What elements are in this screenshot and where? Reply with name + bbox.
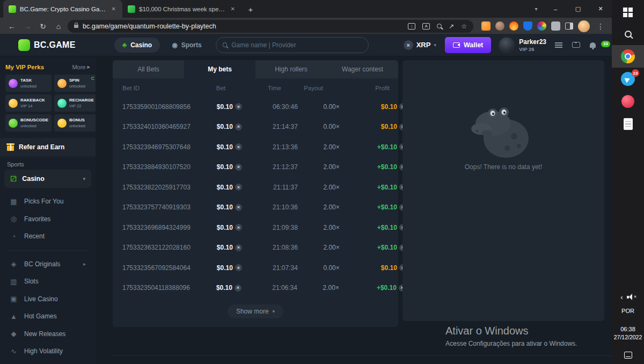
wallet-button[interactable]: Wallet xyxy=(445,37,491,53)
table-row[interactable]: 1753323946975307648 $0.10 21:13:36 2.00×… xyxy=(113,137,398,157)
game-search-input[interactable] xyxy=(231,41,361,49)
nav-sports-tab[interactable]: ◉ Sports xyxy=(172,41,202,49)
sidebar-menu-item[interactable]: ▥ Slots xyxy=(0,273,96,290)
bet-list-icon[interactable] xyxy=(555,42,562,48)
bet-payout: 2.00× xyxy=(323,224,339,231)
user-profile[interactable]: Parker23 VIP 26 xyxy=(499,37,546,53)
sidebar-section-sports[interactable]: Sports xyxy=(7,161,89,168)
clock[interactable]: 06:38 27/12/2022 xyxy=(614,325,642,342)
sidebar-menu-item[interactable]: ◎ Favorites xyxy=(0,210,96,228)
taskbar-search-button[interactable] xyxy=(612,23,644,45)
bets-tab[interactable]: Wager contest xyxy=(327,60,398,78)
sidebar-menu-item[interactable]: ◔ Recent xyxy=(0,228,96,245)
close-tab-icon[interactable]: ✕ xyxy=(111,5,117,13)
sidebar-menu-item[interactable]: ▲ Hot Games xyxy=(0,308,96,325)
vip-perk-card[interactable]: TASK unlocked xyxy=(5,75,52,92)
side-panel-icon[interactable] xyxy=(565,23,573,30)
sidebar-toggle-button[interactable] xyxy=(6,42,13,48)
chrome-icon xyxy=(621,49,635,63)
table-row[interactable]: 1753323632122028160 $0.10 21:08:36 2.00×… xyxy=(113,238,398,258)
table-row[interactable]: 1753359001068809856 $0.10 06:30:46 0.00×… xyxy=(113,97,398,117)
share-icon[interactable]: ↗ xyxy=(449,23,454,30)
back-icon[interactable]: ← xyxy=(5,20,18,33)
bcgame-logo[interactable]: BC.GAME xyxy=(18,39,76,51)
sidebar-menu-item[interactable]: ∿ High Volatility xyxy=(0,343,96,360)
install-icon[interactable]: ↓ xyxy=(408,23,415,30)
vip-perk-card[interactable]: RECHARGE VIP 22 xyxy=(54,94,96,112)
vip-perk-card[interactable]: SPIN unlocked C xyxy=(54,75,96,92)
vip-perk-card[interactable]: BONUS unlocked xyxy=(54,114,96,132)
refresh-icon[interactable]: ↻ xyxy=(36,20,49,33)
show-more-button[interactable]: Show more ▾ xyxy=(228,304,283,318)
volume-muted-icon[interactable]: ✕ xyxy=(627,294,635,300)
table-row[interactable]: 1753323757740919303 $0.10 21:10:36 2.00×… xyxy=(113,198,398,218)
taskbar-expand-chevron-icon[interactable]: ‹ xyxy=(620,293,623,301)
home-icon[interactable]: ⌂ xyxy=(52,20,65,33)
sidebar-menu-item[interactable]: ◆ New Releases xyxy=(0,325,96,343)
gift-icon xyxy=(7,145,14,151)
mail-icon[interactable] xyxy=(572,42,580,48)
table-row[interactable]: 1753323822025917703 $0.10 21:11:37 2.00×… xyxy=(113,177,398,198)
game-search[interactable] xyxy=(216,37,369,53)
vip-perk-card[interactable]: RAKEBACK VIP 14 xyxy=(5,94,52,112)
vip-more-link[interactable]: More ▸ xyxy=(72,63,90,70)
metamask-extension-icon[interactable] xyxy=(481,21,491,31)
red-app-taskbar-button[interactable] xyxy=(612,90,644,113)
shield-extension-icon[interactable] xyxy=(523,21,532,31)
vip-perk-card[interactable]: BONUSCODE unlocked xyxy=(5,114,52,132)
browser-profile-avatar[interactable] xyxy=(578,20,590,32)
table-row[interactable]: 1753323504118388096 $0.10 21:06:34 2.00×… xyxy=(113,278,398,299)
table-row[interactable]: 1753323696894324999 $0.10 21:09:38 2.00×… xyxy=(113,217,398,238)
colorful-extension-icon[interactable] xyxy=(537,21,546,31)
minimize-button[interactable]: – xyxy=(544,0,567,18)
browser-tab-bcgame[interactable]: BC.Game: Crypto Casino Games ✕ xyxy=(3,0,122,18)
close-window-button[interactable]: ✕ xyxy=(589,0,612,18)
language-indicator[interactable]: POR xyxy=(621,308,634,314)
action-center-icon[interactable] xyxy=(624,352,632,359)
start-button[interactable] xyxy=(612,0,644,23)
forward-icon[interactable]: → xyxy=(21,20,34,33)
maximize-button[interactable]: ▢ xyxy=(567,0,589,18)
translate-icon[interactable]: A xyxy=(422,23,430,30)
sidebar-section-casino[interactable]: ⚂ Casino ▾ xyxy=(4,170,91,188)
address-bar[interactable]: bc.game/game/quantum-roulette-by-playtec… xyxy=(68,20,473,33)
table-row[interactable]: 1753324010360465927 $0.10 21:14:37 0.00×… xyxy=(113,117,398,137)
sidebar-menu-item[interactable]: ▦ Picks For You xyxy=(0,193,96,210)
nav-casino-tab[interactable]: ♣ Casino xyxy=(114,38,160,53)
refer-and-earn-button[interactable]: Refer and Earn xyxy=(0,138,96,156)
tab-title: BC.Game: Crypto Casino Games xyxy=(20,6,107,12)
notes-app-taskbar-button[interactable] xyxy=(612,113,644,135)
bets-tab[interactable]: My bets xyxy=(184,60,255,78)
browser-menu-icon[interactable]: ⋮ xyxy=(595,22,606,31)
browser-tab-promo[interactable]: $10,000 Christmas week special ✕ xyxy=(122,0,241,18)
extensions-puzzle-icon[interactable] xyxy=(551,21,560,31)
telegram-taskbar-button[interactable]: 23 xyxy=(612,68,644,90)
menu-item-label: High Volatility xyxy=(24,347,63,355)
sidebar-menu-item[interactable]: ◉ Feature Buyin xyxy=(0,360,96,364)
sidebar-menu-item[interactable]: ▣ Live Casino xyxy=(0,290,96,308)
monkey-extension-icon[interactable] xyxy=(495,21,504,31)
bet-amount: $0.10 xyxy=(217,184,233,191)
tab-search-icon[interactable]: ▾ xyxy=(528,6,544,12)
fire-extension-icon[interactable] xyxy=(509,21,518,31)
zoom-icon[interactable] xyxy=(437,24,442,28)
currency-selector[interactable]: × XRP ▾ xyxy=(404,40,436,50)
red-app-icon xyxy=(621,95,634,108)
chrome-taskbar-button[interactable] xyxy=(612,45,644,68)
bell-icon[interactable] xyxy=(590,42,596,48)
perk-label: BONUS xyxy=(69,118,85,123)
bets-tab[interactable]: High rollers xyxy=(255,60,327,78)
divider xyxy=(8,250,88,251)
bet-time: 21:09:38 xyxy=(273,224,298,231)
perk-icon xyxy=(9,119,18,128)
close-tab-icon[interactable]: ✕ xyxy=(230,5,236,13)
table-row[interactable]: 1753323567092584064 $0.10 21:07:34 0.00×… xyxy=(113,258,398,278)
bet-payout: 2.00× xyxy=(323,163,339,171)
url-text[interactable]: bc.game/game/quantum-roulette-by-playtec… xyxy=(83,23,216,30)
user-avatar[interactable] xyxy=(499,37,515,53)
table-row[interactable]: 1753323884930107520 $0.10 21:12:37 2.00×… xyxy=(113,157,398,178)
bets-tab[interactable]: All Bets xyxy=(113,60,184,78)
bookmark-star-icon[interactable]: ☆ xyxy=(461,23,467,30)
sidebar-menu-item[interactable]: ◈ BC Originals ▸ xyxy=(0,256,96,273)
new-tab-button[interactable]: + xyxy=(244,3,258,16)
